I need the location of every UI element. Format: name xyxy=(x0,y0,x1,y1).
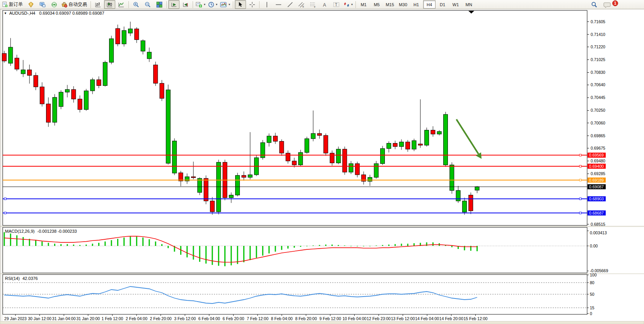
text-label-button[interactable]: T xyxy=(331,0,342,9)
macd-histogram-bar xyxy=(401,244,402,246)
timeframe-button-m30[interactable]: M30 xyxy=(397,0,409,9)
macd-histogram-bar xyxy=(199,246,200,262)
auto-trading-button[interactable]: 自动交易 xyxy=(60,0,89,9)
price-axis-label: 0.70830 xyxy=(591,70,605,75)
time-axis-label: 14 Feb 04:00 xyxy=(415,316,439,321)
candle xyxy=(160,80,164,101)
svg-text:A: A xyxy=(323,2,326,7)
time-axis-label: 15 Feb 12:00 xyxy=(463,316,487,321)
macd-histogram-bar xyxy=(186,246,188,257)
timeframe-button-w1[interactable]: W1 xyxy=(449,0,462,9)
strategy-tester-button[interactable] xyxy=(48,0,60,9)
auto-scroll-icon xyxy=(171,2,177,8)
price-tag-label: 0.68903 xyxy=(589,196,604,201)
candlestick-chart-button[interactable] xyxy=(104,0,115,9)
notification-badge[interactable]: 1 xyxy=(612,0,618,6)
timeframe-button-h4[interactable]: H4 xyxy=(423,0,436,9)
price-axis-label: 0.71025 xyxy=(591,57,605,62)
macd-histogram-bar xyxy=(369,246,371,246)
trendline-button[interactable] xyxy=(284,0,296,9)
market-watch-button[interactable] xyxy=(25,0,36,9)
auto-trading-icon xyxy=(61,2,67,8)
crosshair-button[interactable] xyxy=(246,0,258,9)
candle xyxy=(166,85,170,165)
pane-splitter[interactable] xyxy=(0,273,644,274)
macd-histogram-bar xyxy=(161,244,162,246)
line-chart-button[interactable] xyxy=(116,0,127,9)
chat-button[interactable] xyxy=(603,0,611,9)
macd-histogram-bar xyxy=(313,246,314,246)
symbol-dropdown-icon[interactable]: ▼ xyxy=(4,12,7,15)
search-button[interactable] xyxy=(591,0,598,9)
macd-histogram-bar xyxy=(325,245,326,246)
macd-histogram-bar xyxy=(92,244,93,246)
line-handle[interactable] xyxy=(579,198,581,200)
price-axis-label: 0.70060 xyxy=(591,121,605,125)
tile-windows-icon xyxy=(156,2,162,8)
new-order-button[interactable]: 新订单 xyxy=(1,0,25,9)
timeframe-button-m5[interactable]: M5 xyxy=(371,0,383,9)
period-button[interactable]: ▾ xyxy=(207,0,219,9)
template-button[interactable]: ▾ xyxy=(219,0,231,9)
price-axis-label: 0.69675 xyxy=(591,146,605,150)
new-chart-button[interactable]: ▾ xyxy=(195,0,207,9)
tile-windows-button[interactable] xyxy=(154,0,165,9)
toolbar-separator xyxy=(166,1,167,8)
auto-scroll-button[interactable] xyxy=(168,0,179,9)
zoom-in-button[interactable] xyxy=(130,0,142,9)
pane-splitter[interactable] xyxy=(0,226,644,227)
line-handle[interactable] xyxy=(579,165,581,167)
timeframe-button-h1[interactable]: H1 xyxy=(410,0,422,9)
cursor-button[interactable] xyxy=(235,0,246,9)
time-axis-label: 1 Feb 12:00 xyxy=(101,316,123,321)
macd-histogram-bar xyxy=(123,237,125,246)
candle xyxy=(425,128,429,147)
bar-chart-button[interactable] xyxy=(92,0,104,9)
zoom-out-button[interactable] xyxy=(142,0,153,9)
macd-histogram-bar xyxy=(268,246,270,253)
fibonacci-icon: F xyxy=(310,2,316,8)
price-axis-label: 0.70250 xyxy=(591,108,605,113)
timeframe-button-m15[interactable]: M15 xyxy=(384,0,396,9)
data-window-button[interactable] xyxy=(37,0,48,9)
line-handle[interactable] xyxy=(579,212,581,214)
macd-histogram-bar xyxy=(300,246,301,247)
macd-indicator-label: MACD(12,26,9) -0.001238 -0.000233 xyxy=(5,229,77,234)
macd-histogram-bar xyxy=(67,244,68,246)
timeframe-button-mn[interactable]: MN xyxy=(463,0,475,9)
candlestick-icon xyxy=(107,2,113,8)
line-handle[interactable] xyxy=(579,179,581,181)
macd-histogram-bar xyxy=(16,235,17,246)
time-axis-label: 12 Feb 23:00 xyxy=(367,316,391,321)
time-axis-label: 31 Jan 04:00 xyxy=(52,316,76,321)
fibonacci-button[interactable]: F xyxy=(307,0,319,9)
macd-histogram-bar xyxy=(451,246,453,247)
line-handle[interactable] xyxy=(579,154,581,156)
timeframe-button-m1[interactable]: M1 xyxy=(357,0,370,9)
macd-histogram-bar xyxy=(22,237,24,246)
chart-shift-button[interactable] xyxy=(180,0,191,9)
line-handle[interactable] xyxy=(4,198,6,200)
toolbar-separator xyxy=(91,1,91,8)
time-axis-label: 7 Feb 12:00 xyxy=(247,316,268,321)
chart-canvas[interactable]: 0.716050.714100.712200.710250.708300.706… xyxy=(0,9,644,324)
candle xyxy=(84,89,88,111)
macd-axis-label: 0.003413 xyxy=(590,230,607,235)
vertical-line-icon xyxy=(264,2,270,8)
crosshair-icon xyxy=(249,2,255,8)
arrows-button[interactable]: ▾ xyxy=(342,0,354,9)
toolbar-separator xyxy=(128,1,129,8)
equidistant-channel-button[interactable]: E xyxy=(296,0,307,9)
macd-histogram-bar xyxy=(331,245,333,246)
line-handle[interactable] xyxy=(4,212,6,214)
macd-histogram-bar xyxy=(10,234,11,246)
macd-histogram-bar xyxy=(35,240,36,246)
timeframe-button-d1[interactable]: D1 xyxy=(436,0,449,9)
macd-histogram-bar xyxy=(275,246,276,252)
text-button[interactable]: A xyxy=(319,0,330,9)
time-axis-label: 2 Feb 04:00 xyxy=(126,316,147,321)
price-axis-label: 0.70445 xyxy=(591,95,605,100)
main-toolbar: 新订单 自动交易 ▾ ▾ xyxy=(0,0,644,9)
horizontal-line-button[interactable] xyxy=(273,0,284,9)
vertical-line-button[interactable] xyxy=(261,0,272,9)
